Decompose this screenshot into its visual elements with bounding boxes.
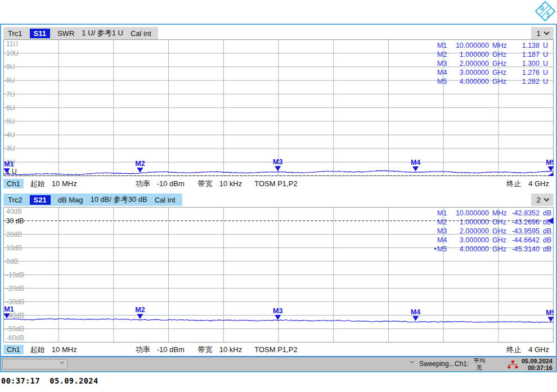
stop-frequency[interactable]: 4 GHz bbox=[528, 179, 549, 188]
y-tick-label: 20dB bbox=[6, 231, 22, 238]
y-tick-label: 10dB bbox=[6, 244, 22, 252]
window1-number: 1 bbox=[536, 29, 540, 38]
expand-chevron-icon[interactable] bbox=[410, 359, 414, 363]
marker-m4-triangle[interactable] bbox=[412, 316, 419, 321]
trace2-cal-status[interactable]: Cal int bbox=[155, 196, 176, 204]
bandwidth-label: 带宽 bbox=[198, 345, 213, 355]
trace2-settings-bar[interactable]: Trc2 S21 dB Mag 10 dB/ 参考30 dB Cal int bbox=[3, 193, 182, 206]
active-marker-dot bbox=[432, 77, 437, 86]
lan-status-icon bbox=[507, 361, 518, 369]
marker-value-unit: dB bbox=[540, 209, 552, 218]
datetime-display: 05.09.2024 00:37:16 bbox=[522, 358, 552, 371]
marker-m5-label: M5 bbox=[546, 309, 554, 317]
trace1-scale[interactable]: 1 U/ 参考1 U bbox=[82, 28, 123, 38]
y-tick-label: 3U bbox=[6, 145, 15, 152]
cal-info[interactable]: TOSM P1,P2 bbox=[254, 179, 297, 188]
marker-name: M4 bbox=[437, 68, 451, 77]
power-level[interactable]: -10 dBm bbox=[157, 179, 185, 188]
average-label: 平均 bbox=[469, 357, 490, 364]
y-tick-label: -50dB bbox=[6, 325, 24, 333]
start-frequency[interactable]: 10 MHz bbox=[52, 179, 77, 188]
trace2-header-row: Trc2 S21 dB Mag 10 dB/ 参考30 dB Cal int 2 bbox=[3, 193, 554, 206]
marker-row: M32.000000GHz-43.9595dB bbox=[432, 227, 552, 236]
marker-table-2: M110.000000MHz-42.8352dBM21.000000GHz-43… bbox=[432, 209, 552, 254]
bandwidth-value[interactable]: 10 kHz bbox=[219, 179, 242, 188]
marker-name: M5 bbox=[437, 77, 451, 86]
cal-info[interactable]: TOSM P1,P2 bbox=[254, 345, 297, 354]
marker-frequency: 4.000000 bbox=[451, 245, 489, 254]
power-level[interactable]: -10 dBm bbox=[157, 345, 185, 354]
marker-frequency: 1.000000 bbox=[451, 50, 489, 59]
marker-m5-triangle[interactable] bbox=[548, 166, 554, 172]
marker-name: M5 bbox=[437, 245, 451, 254]
start-frequency[interactable]: 10 MHz bbox=[52, 345, 77, 354]
trace1-settings-bar[interactable]: Trc1 S11 SWR 1 U/ 参考1 U Cal int bbox=[3, 27, 158, 39]
trace1-sparam-chip[interactable]: S11 bbox=[30, 29, 50, 38]
marker-value-unit: U bbox=[540, 59, 552, 68]
marker-value-unit: dB bbox=[540, 245, 552, 254]
trace1-cal-status[interactable]: Cal int bbox=[131, 29, 151, 38]
stop-frequency[interactable]: 4 GHz bbox=[528, 345, 549, 354]
bandwidth-value[interactable]: 10 kHz bbox=[219, 345, 242, 354]
y-tick-label: 4U bbox=[6, 131, 15, 139]
start-label: 起始 bbox=[30, 345, 45, 355]
channel-button[interactable]: Ch1 bbox=[3, 345, 24, 354]
marker-row: M21.000000GHz-43.2696dB bbox=[432, 218, 552, 227]
marker-row: M110.000000MHz1.138U bbox=[432, 41, 552, 50]
marker-frequency: 4.000000 bbox=[451, 77, 489, 86]
svg-text:S: S bbox=[546, 12, 550, 18]
message-dropdown[interactable] bbox=[2, 359, 68, 370]
marker-m4-label: M4 bbox=[411, 308, 420, 316]
y-tick-label: 6U bbox=[6, 104, 15, 112]
marker-name: M1 bbox=[437, 209, 451, 218]
marker-m3-triangle[interactable] bbox=[275, 315, 281, 320]
trace1-name[interactable]: Trc1 bbox=[8, 29, 23, 38]
marker-m4-label: M4 bbox=[411, 159, 420, 166]
marker-value: 1.282 bbox=[507, 77, 540, 86]
trace2-format[interactable]: dB Mag bbox=[58, 196, 83, 204]
plot-area-2[interactable]: 40dB30 dB20dB10dB0dB-10dB-20dB-30dB-40dB… bbox=[3, 207, 554, 343]
marker-name: M4 bbox=[437, 236, 451, 245]
marker-m2-triangle[interactable] bbox=[137, 314, 143, 319]
marker-frequency: 3.000000 bbox=[451, 68, 489, 77]
trace2-scale[interactable]: 10 dB/ 参考30 dB bbox=[90, 195, 147, 205]
marker-value: 1.276 bbox=[507, 68, 540, 77]
marker-frequency: 3.000000 bbox=[451, 236, 489, 245]
power-label: 功率 bbox=[136, 179, 150, 189]
marker-frequency-unit: MHz bbox=[489, 41, 507, 50]
marker-value: -43.2696 bbox=[507, 218, 540, 227]
marker-row: M43.000000GHz-44.6642dB bbox=[432, 236, 552, 245]
active-marker-dot bbox=[432, 209, 437, 218]
trace2-name[interactable]: Trc2 bbox=[8, 196, 23, 204]
marker-m3-label: M3 bbox=[273, 307, 282, 315]
marker-value: -42.8352 bbox=[507, 209, 540, 218]
channel-button[interactable]: Ch1 bbox=[3, 179, 24, 188]
trace2-sparam-chip[interactable]: S21 bbox=[30, 195, 51, 205]
marker-frequency: 2.000000 bbox=[451, 59, 489, 68]
marker-m2-label: M2 bbox=[135, 160, 145, 168]
y-tick-label: 9U bbox=[6, 63, 15, 71]
trace1-header-row: Trc1 S11 SWR 1 U/ 参考1 U Cal int 1 bbox=[3, 27, 554, 39]
trace1-format[interactable]: SWR bbox=[57, 29, 74, 38]
active-marker-dot bbox=[432, 236, 437, 245]
average-value: 无 bbox=[469, 364, 490, 371]
marker-value-unit: dB bbox=[540, 227, 552, 236]
status-bar: Sweeping... Ch1: 平均 无 05.09.2024 00:37:1… bbox=[1, 356, 556, 371]
marker-name: M1 bbox=[437, 41, 451, 50]
marker-m2-triangle[interactable] bbox=[137, 168, 143, 173]
marker-frequency-unit: GHz bbox=[489, 227, 507, 236]
marker-m5-triangle[interactable] bbox=[548, 317, 554, 322]
marker-row: M21.000000GHz1.187U bbox=[432, 50, 552, 59]
marker-m4-triangle[interactable] bbox=[412, 166, 419, 172]
marker-frequency-unit: GHz bbox=[489, 59, 507, 68]
marker-value-unit: dB bbox=[540, 236, 552, 245]
y-tick-label: 40dB bbox=[6, 208, 22, 215]
plot-area-1[interactable]: 11U10U9U8U7U6U5U4U3U2U1 UM1M2M3M4M5 M110… bbox=[3, 39, 554, 176]
marker-m3-triangle[interactable] bbox=[275, 166, 281, 171]
window2-select-button[interactable]: 2 bbox=[531, 193, 554, 206]
marker-frequency-unit: GHz bbox=[489, 218, 507, 227]
channel-bar-2: Ch1 起始 10 MHz 功率 -10 dBm 带宽 10 kHz TOSM … bbox=[3, 343, 554, 356]
marker-value: -45.3140 bbox=[507, 245, 540, 254]
window1-select-button[interactable]: 1 bbox=[531, 27, 554, 39]
status-time: 00:37:16 bbox=[522, 364, 552, 371]
